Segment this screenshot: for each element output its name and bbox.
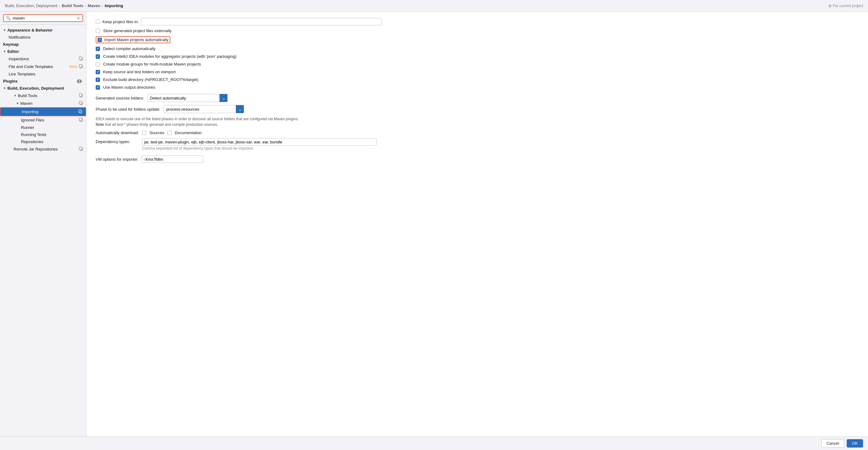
create-modules-label: Create IntelliJ IDEA modules for aggrega… <box>103 54 237 59</box>
repositories-label: Repositories <box>21 139 83 144</box>
detect-compiler-label: Detect compiler automatically <box>103 46 156 51</box>
documentation-checkbox[interactable] <box>167 131 172 135</box>
keep-project-files-checkbox[interactable] <box>96 20 100 24</box>
settings-dialog: Build, Execution, Deployment › Build Too… <box>0 0 868 450</box>
auto-download-label: Automatically download: <box>96 131 139 135</box>
sidebar: 🔍 ✕ ▼ Appearance & Behavior Notification… <box>0 12 87 437</box>
header: Build, Execution, Deployment › Build Too… <box>0 0 868 12</box>
copy-icon-ignored-files <box>79 117 83 123</box>
sidebar-group-build[interactable]: ▼ Build, Execution, Deployment <box>0 85 86 92</box>
store-generated-row: Store generated project files externally <box>96 28 859 33</box>
vm-options-input[interactable] <box>142 156 204 163</box>
generated-sources-dropdown[interactable]: Detect automatically target/generated-so… <box>147 94 227 102</box>
sidebar-item-runner[interactable]: Runner <box>0 124 86 131</box>
create-modules-checkbox[interactable] <box>96 54 100 59</box>
svg-rect-7 <box>79 102 82 104</box>
phase-dropdown[interactable]: process-resources generate-sources gener… <box>164 105 244 113</box>
exclude-build-label: Exclude build directory (%PROJECT_ROOT%/… <box>103 77 198 82</box>
search-input[interactable] <box>13 16 75 20</box>
ok-button[interactable]: OK <box>847 439 863 448</box>
svg-rect-11 <box>79 118 82 121</box>
dependency-types-hint: Comma separated list of dependency types… <box>142 146 377 150</box>
plugins-label: Plugins <box>3 79 77 83</box>
generated-sources-label: Generated sources folders: <box>96 96 144 101</box>
sidebar-item-ignored-files[interactable]: Ignored Files <box>0 116 86 124</box>
imooc-badge: imooc <box>69 65 78 68</box>
search-wrapper: 🔍 ✕ <box>3 14 83 22</box>
sidebar-nav: ▼ Appearance & Behavior Notifications Ke… <box>0 25 86 437</box>
sidebar-group-appearance[interactable]: ▼ Appearance & Behavior <box>0 27 86 34</box>
runner-label: Runner <box>21 125 83 130</box>
search-icon: 🔍 <box>6 16 11 20</box>
phase-info-note: Note <box>96 122 104 127</box>
keep-project-files-input[interactable] <box>141 18 382 25</box>
remote-jar-label: Remote Jar Repositories <box>13 147 79 151</box>
breadcrumb-part-4: Importing <box>105 3 123 8</box>
copy-icon-file-templates <box>79 64 83 69</box>
sidebar-group-editor[interactable]: ▼ Editor <box>0 48 86 55</box>
import-maven-row: Import Maven projects automatically <box>96 36 859 43</box>
breadcrumb-part-1: Build, Execution, Deployment <box>5 3 57 8</box>
keep-source-row: Keep source and test folders on reimport <box>96 69 859 74</box>
vm-options-label: VM options for importer: <box>96 157 138 162</box>
import-maven-label: Import Maven projects automatically <box>104 37 168 42</box>
plugins-badge: 1 <box>77 79 82 83</box>
live-templates-label: Live Templates <box>9 72 83 76</box>
sources-checkbox[interactable] <box>142 131 146 135</box>
for-current-project-label: For current project <box>829 4 863 8</box>
sidebar-item-build-tools[interactable]: ▼ Build Tools <box>0 92 86 100</box>
sidebar-item-importing[interactable]: Importing <box>0 107 86 116</box>
sidebar-group-appearance-label: Appearance & Behavior <box>7 28 53 32</box>
sidebar-item-live-templates[interactable]: Live Templates <box>0 71 86 78</box>
sidebar-item-running-tests[interactable]: Running Tests <box>0 131 86 138</box>
ignored-files-label: Ignored Files <box>21 118 79 122</box>
phase-info-note-text: that all test-* phases firstly generate … <box>104 122 218 127</box>
expand-icon-editor: ▼ <box>3 50 6 53</box>
breadcrumb-sep-2: › <box>85 3 86 8</box>
cancel-button[interactable]: Cancel <box>822 439 844 448</box>
sidebar-item-file-code-templates[interactable]: File and Code Templates imooc <box>0 63 86 71</box>
create-module-groups-checkbox[interactable] <box>96 62 100 66</box>
sidebar-group-editor-label: Editor <box>7 49 19 54</box>
build-tools-label: Build Tools <box>18 93 79 98</box>
sidebar-item-inspections[interactable]: Inspections <box>0 55 86 63</box>
detect-compiler-checkbox[interactable] <box>96 47 100 51</box>
keep-source-checkbox[interactable] <box>96 70 100 74</box>
create-module-groups-row: Create module groups for multi-module Ma… <box>96 62 859 66</box>
expand-icon-appearance: ▼ <box>3 28 6 32</box>
store-generated-checkbox[interactable] <box>96 29 100 33</box>
svg-rect-5 <box>79 94 82 96</box>
sidebar-item-remote-jar[interactable]: Remote Jar Repositories <box>0 145 86 153</box>
import-maven-checkbox[interactable] <box>97 38 102 42</box>
settings-panel: Keep project files in: Store generated p… <box>87 12 868 437</box>
sidebar-item-plugins[interactable]: Plugins 1 <box>0 78 86 85</box>
dependency-types-input[interactable] <box>142 138 377 146</box>
phase-row: Phase to be used for folders update: pro… <box>96 105 859 113</box>
phase-info-text: IDEA needs to execute one of the listed … <box>96 116 361 127</box>
search-clear-button[interactable]: ✕ <box>76 16 80 20</box>
phase-label: Phase to be used for folders update: <box>96 107 160 112</box>
expand-icon-build: ▼ <box>3 87 6 90</box>
copy-icon-build-tools <box>79 93 83 98</box>
running-tests-label: Running Tests <box>21 132 83 137</box>
maven-label: Maven <box>20 101 79 106</box>
sidebar-group-build-label: Build, Execution, Deployment <box>7 86 64 90</box>
search-box: 🔍 ✕ <box>0 12 86 25</box>
exclude-build-row: Exclude build directory (%PROJECT_ROOT%/… <box>96 77 859 82</box>
store-generated-label: Store generated project files externally <box>103 28 172 33</box>
sources-label: Sources <box>149 131 164 135</box>
sidebar-item-repositories[interactable]: Repositories <box>0 138 86 145</box>
sidebar-item-notifications[interactable]: Notifications <box>0 34 86 41</box>
documentation-label: Documentation <box>175 131 202 135</box>
import-maven-highlight: Import Maven projects automatically <box>96 36 170 43</box>
sidebar-item-maven[interactable]: ▼ Maven <box>0 100 86 107</box>
phase-dropdown-container: process-resources generate-sources gener… <box>164 105 244 113</box>
exclude-build-checkbox[interactable] <box>96 78 100 82</box>
footer: Cancel OK <box>0 437 868 450</box>
sidebar-item-keymap[interactable]: Keymap <box>0 41 86 48</box>
create-module-groups-label: Create module groups for multi-module Ma… <box>103 62 201 66</box>
copy-icon-maven <box>79 101 83 106</box>
dependency-types-row: Dependency types: Comma separated list o… <box>96 138 859 153</box>
keep-project-files-row: Keep project files in: <box>96 18 859 25</box>
use-maven-output-checkbox[interactable] <box>96 85 100 90</box>
